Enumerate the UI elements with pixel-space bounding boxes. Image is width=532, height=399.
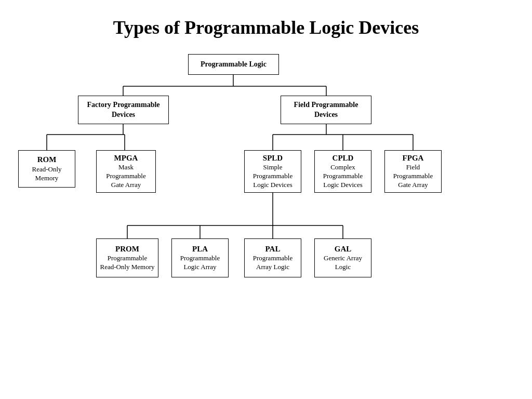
node-rom-label: Read-OnlyMemory <box>32 165 61 183</box>
node-gal: GAL Generic ArrayLogic <box>314 238 371 277</box>
page-title: Types of Programmable Logic Devices <box>0 0 532 49</box>
node-pla-abbr: PLA <box>192 244 208 255</box>
node-gal-label: Generic ArrayLogic <box>324 254 362 272</box>
node-pla-label: ProgrammableLogic Array <box>180 254 220 272</box>
node-fpga-label: FieldProgrammableGate Array <box>393 163 433 190</box>
node-fpga-abbr: FPGA <box>403 153 424 164</box>
node-rom-abbr: ROM <box>37 155 57 165</box>
node-spld-label: SimpleProgrammableLogic Devices <box>253 163 293 190</box>
page: Types of Programmable Logic Devices <box>0 0 532 399</box>
node-prom: PROM ProgrammableRead-Only Memory <box>96 238 158 277</box>
node-programmable-logic: Programmable Logic <box>188 54 279 75</box>
node-mpga-abbr: MPGA <box>114 153 138 164</box>
node-programmable-logic-label: Programmable Logic <box>201 60 267 69</box>
node-field: Field ProgrammableDevices <box>281 96 371 124</box>
node-spld: SPLD SimpleProgrammableLogic Devices <box>244 150 301 193</box>
node-mpga-label: MaskProgrammableGate Array <box>106 163 146 190</box>
node-prom-label: ProgrammableRead-Only Memory <box>100 254 154 272</box>
node-cpld: CPLD ComplexProgrammableLogic Devices <box>314 150 371 193</box>
node-spld-abbr: SPLD <box>263 153 283 164</box>
node-mpga: MPGA MaskProgrammableGate Array <box>96 150 156 193</box>
node-factory: Factory ProgrammableDevices <box>78 96 169 124</box>
node-field-label: Field ProgrammableDevices <box>294 100 358 119</box>
node-cpld-label: ComplexProgrammableLogic Devices <box>323 163 363 190</box>
node-fpga: FPGA FieldProgrammableGate Array <box>384 150 442 193</box>
node-pla: PLA ProgrammableLogic Array <box>171 238 229 277</box>
node-factory-label: Factory ProgrammableDevices <box>87 100 159 119</box>
node-pal-label: ProgrammableArray Logic <box>253 254 293 272</box>
node-pal-abbr: PAL <box>265 244 281 255</box>
node-pal: PAL ProgrammableArray Logic <box>244 238 301 277</box>
node-prom-abbr: PROM <box>115 244 139 255</box>
node-cpld-abbr: CPLD <box>332 153 354 164</box>
node-rom: ROM Read-OnlyMemory <box>18 150 75 188</box>
node-gal-abbr: GAL <box>335 244 352 255</box>
diagram: Programmable Logic Factory ProgrammableD… <box>0 49 532 399</box>
